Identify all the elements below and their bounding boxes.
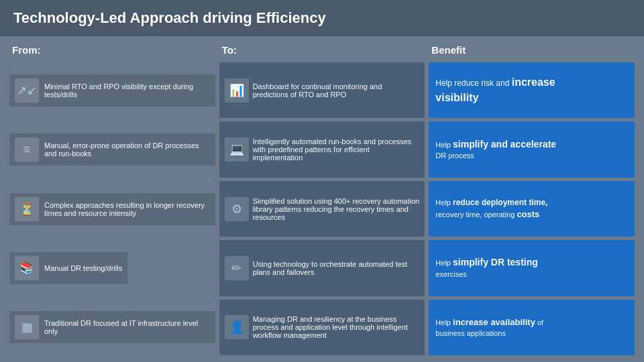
from-wrapper: ▦ Traditional DR focused at IT infrastru…	[9, 300, 215, 355]
page-header: Technology-Led Approach driving Efficien…	[0, 0, 644, 36]
to-cell: ⚙ Simplified solution using 400+ recover…	[219, 181, 425, 237]
benefit-cell: Help reduce deployment time,recovery tim…	[429, 181, 635, 237]
to-cell: 📊 Dashboard for continual monitoring and…	[219, 62, 425, 118]
from-wrapper: ≡ Manual, error-prone operation of DR pr…	[9, 121, 215, 177]
to-cell: ✏ Using technology to orchestrate automa…	[219, 240, 425, 296]
column-headers: From: To: Benefit	[9, 43, 635, 58]
from-icon: ↗↙	[15, 78, 39, 103]
from-cell: ▦ Traditional DR focused at IT infrastru…	[9, 311, 215, 343]
to-header: To:	[219, 43, 425, 57]
to-text: Using technology to orchestrate automate…	[253, 260, 420, 276]
from-icon: 📚	[15, 256, 39, 280]
benefit-text: Help simplify DR testingexercises	[435, 256, 537, 280]
to-text: Simplified solution using 400+ recovery …	[253, 197, 420, 221]
table-row: ↗↙ Minimal RTO and RPO visibility except…	[9, 62, 635, 118]
benefit-text: Help increase availability ofbusiness ap…	[435, 316, 543, 339]
content-area: From: To: Benefit ↗↙ Minimal RTO and RPO…	[0, 36, 644, 362]
to-icon: 📊	[225, 78, 249, 103]
table-row: ⏳ Complex approaches resulting in longer…	[9, 181, 635, 237]
from-cell: ⏳ Complex approaches resulting in longer…	[9, 193, 215, 225]
from-cell: 📚 Manual DR testing/drills	[9, 252, 127, 284]
table-row: ▦ Traditional DR focused at IT infrastru…	[9, 300, 635, 355]
benefit-cell: Help simplify and accelerateDR process	[429, 121, 635, 177]
from-icon: ⏳	[15, 197, 39, 221]
benefit-text: Help reduce risk and increasevisibility	[435, 75, 555, 105]
from-icon: ▦	[15, 315, 39, 339]
table-row: ≡ Manual, error-prone operation of DR pr…	[9, 121, 635, 177]
from-text: Complex approaches resulting in longer r…	[44, 201, 210, 217]
benefit-text: Help simplify and accelerateDR process	[435, 138, 556, 162]
from-text: Minimal RTO and RPO visibility except du…	[44, 82, 210, 99]
from-wrapper: 📚 Manual DR testing/drills	[9, 240, 215, 296]
to-icon: ✏	[225, 256, 249, 280]
to-text: Intelligently automated run-books and pr…	[253, 137, 420, 162]
to-text: Managing DR and resiliency at the busine…	[253, 315, 420, 339]
table-row: 📚 Manual DR testing/drills ✏ Using techn…	[9, 240, 635, 296]
from-icon: ≡	[15, 137, 39, 162]
from-cell: ↗↙ Minimal RTO and RPO visibility except…	[9, 74, 215, 107]
benefit-text: Help reduce deployment time,recovery tim…	[435, 197, 547, 221]
from-cell: ≡ Manual, error-prone operation of DR pr…	[9, 133, 215, 166]
benefit-cell: Help increase availability ofbusiness ap…	[429, 300, 635, 355]
from-text: Manual DR testing/drills	[44, 264, 122, 272]
from-text: Manual, error-prone operation of DR proc…	[44, 141, 210, 158]
to-cell: 👤 Managing DR and resiliency at the busi…	[219, 300, 425, 355]
benefit-cell: Help simplify DR testingexercises	[429, 240, 635, 296]
to-icon: 👤	[225, 315, 249, 339]
page: Technology-Led Approach driving Efficien…	[0, 0, 644, 362]
to-cell: 💻 Intelligently automated run-books and …	[219, 121, 425, 177]
from-wrapper: ↗↙ Minimal RTO and RPO visibility except…	[9, 62, 215, 118]
to-text: Dashboard for continual monitoring and p…	[253, 82, 420, 99]
to-icon: 💻	[225, 137, 249, 162]
benefit-header: Benefit	[429, 43, 635, 57]
page-title: Technology-Led Approach driving Efficien…	[13, 9, 326, 26]
rows-container: ↗↙ Minimal RTO and RPO visibility except…	[9, 62, 635, 355]
from-wrapper: ⏳ Complex approaches resulting in longer…	[9, 181, 215, 237]
from-header: From:	[9, 43, 215, 57]
from-text: Traditional DR focused at IT infrastruct…	[44, 319, 210, 335]
to-icon: ⚙	[225, 197, 249, 221]
benefit-cell: Help reduce risk and increasevisibility	[429, 62, 635, 118]
